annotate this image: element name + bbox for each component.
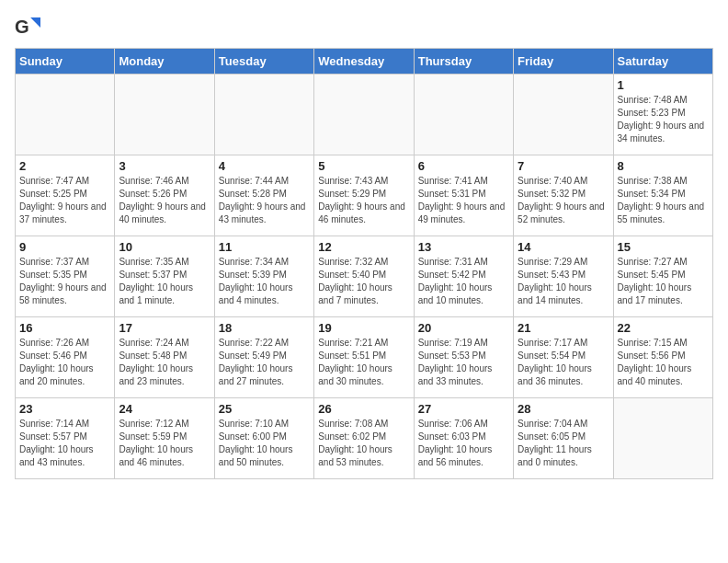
calendar-week-row: 23Sunrise: 7:14 AM Sunset: 5:57 PM Dayli… bbox=[16, 398, 713, 479]
day-number: 10 bbox=[119, 240, 210, 254]
calendar-cell: 16Sunrise: 7:26 AM Sunset: 5:46 PM Dayli… bbox=[16, 317, 115, 398]
day-number: 3 bbox=[119, 159, 210, 173]
day-info: Sunrise: 7:31 AM Sunset: 5:42 PM Dayligh… bbox=[418, 256, 509, 307]
calendar-cell: 11Sunrise: 7:34 AM Sunset: 5:39 PM Dayli… bbox=[214, 236, 313, 317]
day-info: Sunrise: 7:46 AM Sunset: 5:26 PM Dayligh… bbox=[119, 175, 210, 226]
calendar-cell: 27Sunrise: 7:06 AM Sunset: 6:03 PM Dayli… bbox=[414, 398, 513, 479]
day-info: Sunrise: 7:19 AM Sunset: 5:53 PM Dayligh… bbox=[418, 337, 509, 388]
day-info: Sunrise: 7:47 AM Sunset: 5:25 PM Dayligh… bbox=[19, 175, 110, 226]
calendar-cell: 9Sunrise: 7:37 AM Sunset: 5:35 PM Daylig… bbox=[16, 236, 115, 317]
calendar-cell: 1Sunrise: 7:48 AM Sunset: 5:23 PM Daylig… bbox=[613, 75, 712, 155]
day-number: 27 bbox=[418, 402, 509, 416]
day-number: 12 bbox=[318, 240, 409, 254]
day-number: 11 bbox=[219, 240, 310, 254]
day-number: 20 bbox=[418, 321, 509, 335]
day-info: Sunrise: 7:10 AM Sunset: 6:00 PM Dayligh… bbox=[219, 418, 310, 469]
day-info: Sunrise: 7:29 AM Sunset: 5:43 PM Dayligh… bbox=[518, 256, 609, 307]
day-info: Sunrise: 7:22 AM Sunset: 5:49 PM Dayligh… bbox=[219, 337, 310, 388]
svg-text:G: G bbox=[15, 17, 29, 37]
day-number: 18 bbox=[219, 321, 310, 335]
day-info: Sunrise: 7:08 AM Sunset: 6:02 PM Dayligh… bbox=[318, 418, 409, 469]
page-header: G bbox=[15, 15, 713, 40]
day-info: Sunrise: 7:26 AM Sunset: 5:46 PM Dayligh… bbox=[19, 337, 110, 388]
calendar-cell: 6Sunrise: 7:41 AM Sunset: 5:31 PM Daylig… bbox=[414, 155, 513, 236]
calendar-cell: 10Sunrise: 7:35 AM Sunset: 5:37 PM Dayli… bbox=[115, 236, 214, 317]
day-number: 13 bbox=[418, 240, 509, 254]
calendar-week-row: 16Sunrise: 7:26 AM Sunset: 5:46 PM Dayli… bbox=[16, 317, 713, 398]
calendar-cell: 2Sunrise: 7:47 AM Sunset: 5:25 PM Daylig… bbox=[16, 155, 115, 236]
day-number: 24 bbox=[119, 402, 210, 416]
calendar-cell: 8Sunrise: 7:38 AM Sunset: 5:34 PM Daylig… bbox=[613, 155, 712, 236]
calendar-week-row: 9Sunrise: 7:37 AM Sunset: 5:35 PM Daylig… bbox=[16, 236, 713, 317]
day-info: Sunrise: 7:35 AM Sunset: 5:37 PM Dayligh… bbox=[119, 256, 210, 307]
calendar-cell: 13Sunrise: 7:31 AM Sunset: 5:42 PM Dayli… bbox=[414, 236, 513, 317]
day-info: Sunrise: 7:48 AM Sunset: 5:23 PM Dayligh… bbox=[618, 94, 709, 145]
day-number: 7 bbox=[518, 159, 609, 173]
calendar-cell: 4Sunrise: 7:44 AM Sunset: 5:28 PM Daylig… bbox=[214, 155, 313, 236]
day-info: Sunrise: 7:43 AM Sunset: 5:29 PM Dayligh… bbox=[318, 175, 409, 226]
day-number: 15 bbox=[618, 240, 709, 254]
day-number: 8 bbox=[618, 159, 709, 173]
weekday-header: Thursday bbox=[414, 49, 513, 75]
calendar-cell bbox=[414, 75, 513, 155]
weekday-header: Friday bbox=[514, 49, 613, 75]
day-info: Sunrise: 7:44 AM Sunset: 5:28 PM Dayligh… bbox=[219, 175, 310, 226]
day-info: Sunrise: 7:38 AM Sunset: 5:34 PM Dayligh… bbox=[618, 175, 709, 226]
calendar-cell: 24Sunrise: 7:12 AM Sunset: 5:59 PM Dayli… bbox=[115, 398, 214, 479]
calendar-cell: 22Sunrise: 7:15 AM Sunset: 5:56 PM Dayli… bbox=[613, 317, 712, 398]
calendar-cell bbox=[514, 75, 613, 155]
calendar-cell: 12Sunrise: 7:32 AM Sunset: 5:40 PM Dayli… bbox=[314, 236, 414, 317]
day-info: Sunrise: 7:21 AM Sunset: 5:51 PM Dayligh… bbox=[318, 337, 409, 388]
day-number: 26 bbox=[318, 402, 409, 416]
day-number: 2 bbox=[19, 159, 110, 173]
calendar-cell bbox=[314, 75, 414, 155]
day-number: 9 bbox=[19, 240, 110, 254]
day-number: 4 bbox=[219, 159, 310, 173]
day-info: Sunrise: 7:24 AM Sunset: 5:48 PM Dayligh… bbox=[119, 337, 210, 388]
day-info: Sunrise: 7:06 AM Sunset: 6:03 PM Dayligh… bbox=[418, 418, 509, 469]
day-number: 21 bbox=[518, 321, 609, 335]
day-info: Sunrise: 7:34 AM Sunset: 5:39 PM Dayligh… bbox=[219, 256, 310, 307]
calendar-cell: 26Sunrise: 7:08 AM Sunset: 6:02 PM Dayli… bbox=[314, 398, 414, 479]
day-number: 28 bbox=[518, 402, 609, 416]
calendar-cell: 3Sunrise: 7:46 AM Sunset: 5:26 PM Daylig… bbox=[115, 155, 214, 236]
calendar-cell: 20Sunrise: 7:19 AM Sunset: 5:53 PM Dayli… bbox=[414, 317, 513, 398]
day-number: 25 bbox=[219, 402, 310, 416]
calendar-cell: 28Sunrise: 7:04 AM Sunset: 6:05 PM Dayli… bbox=[514, 398, 613, 479]
calendar-header-row: SundayMondayTuesdayWednesdayThursdayFrid… bbox=[16, 49, 713, 75]
day-info: Sunrise: 7:27 AM Sunset: 5:45 PM Dayligh… bbox=[618, 256, 709, 307]
day-number: 23 bbox=[19, 402, 110, 416]
calendar-cell: 15Sunrise: 7:27 AM Sunset: 5:45 PM Dayli… bbox=[613, 236, 712, 317]
logo-icon: G bbox=[15, 15, 40, 40]
calendar-cell: 7Sunrise: 7:40 AM Sunset: 5:32 PM Daylig… bbox=[514, 155, 613, 236]
day-info: Sunrise: 7:14 AM Sunset: 5:57 PM Dayligh… bbox=[19, 418, 110, 469]
day-number: 22 bbox=[618, 321, 709, 335]
day-info: Sunrise: 7:41 AM Sunset: 5:31 PM Dayligh… bbox=[418, 175, 509, 226]
weekday-header: Sunday bbox=[16, 49, 115, 75]
calendar-cell: 21Sunrise: 7:17 AM Sunset: 5:54 PM Dayli… bbox=[514, 317, 613, 398]
calendar-cell: 17Sunrise: 7:24 AM Sunset: 5:48 PM Dayli… bbox=[115, 317, 214, 398]
day-number: 17 bbox=[119, 321, 210, 335]
svg-marker-1 bbox=[30, 17, 40, 28]
logo: G bbox=[15, 15, 42, 40]
calendar-table: SundayMondayTuesdayWednesdayThursdayFrid… bbox=[15, 48, 713, 479]
day-number: 19 bbox=[318, 321, 409, 335]
calendar-cell bbox=[115, 75, 214, 155]
day-number: 5 bbox=[318, 159, 409, 173]
day-info: Sunrise: 7:15 AM Sunset: 5:56 PM Dayligh… bbox=[618, 337, 709, 388]
calendar-cell: 25Sunrise: 7:10 AM Sunset: 6:00 PM Dayli… bbox=[214, 398, 313, 479]
calendar-cell: 23Sunrise: 7:14 AM Sunset: 5:57 PM Dayli… bbox=[16, 398, 115, 479]
calendar-cell bbox=[16, 75, 115, 155]
day-info: Sunrise: 7:40 AM Sunset: 5:32 PM Dayligh… bbox=[518, 175, 609, 226]
calendar-cell: 19Sunrise: 7:21 AM Sunset: 5:51 PM Dayli… bbox=[314, 317, 414, 398]
day-info: Sunrise: 7:04 AM Sunset: 6:05 PM Dayligh… bbox=[518, 418, 609, 469]
calendar-cell bbox=[214, 75, 313, 155]
calendar-week-row: 1Sunrise: 7:48 AM Sunset: 5:23 PM Daylig… bbox=[16, 75, 713, 155]
day-info: Sunrise: 7:12 AM Sunset: 5:59 PM Dayligh… bbox=[119, 418, 210, 469]
weekday-header: Wednesday bbox=[314, 49, 414, 75]
calendar-cell bbox=[613, 398, 712, 479]
day-number: 6 bbox=[418, 159, 509, 173]
calendar-week-row: 2Sunrise: 7:47 AM Sunset: 5:25 PM Daylig… bbox=[16, 155, 713, 236]
calendar-cell: 5Sunrise: 7:43 AM Sunset: 5:29 PM Daylig… bbox=[314, 155, 414, 236]
day-info: Sunrise: 7:32 AM Sunset: 5:40 PM Dayligh… bbox=[318, 256, 409, 307]
